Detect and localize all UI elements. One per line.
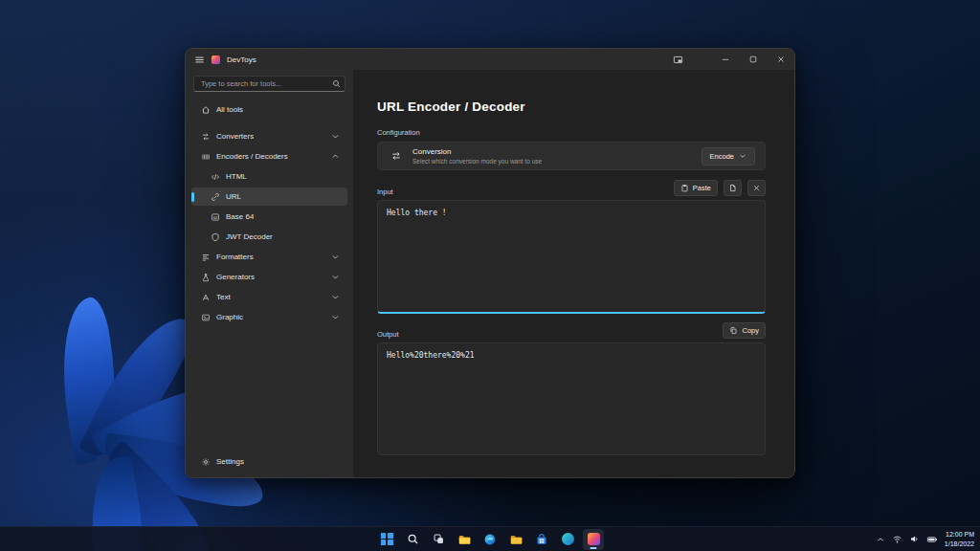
close-icon — [752, 184, 761, 192]
selection-indicator — [191, 192, 194, 202]
generators-icon — [200, 273, 211, 282]
compact-overlay-button[interactable] — [664, 49, 692, 70]
configuration-label: Configuration — [377, 128, 420, 137]
search-input[interactable] — [194, 79, 329, 88]
taskbar-center — [376, 529, 604, 550]
taskbar: 12:00 PM 1/18/2022 — [0, 526, 980, 551]
clock-time: 12:00 PM — [946, 530, 974, 540]
clear-input-button[interactable] — [747, 180, 766, 196]
window-title: DevToys — [227, 55, 256, 64]
page-title: URL Encoder / Decoder — [377, 99, 525, 114]
input-label: Input — [377, 187, 393, 196]
chevron-down-icon — [739, 152, 746, 160]
photos-button[interactable] — [557, 529, 578, 550]
html-tool-icon — [210, 172, 220, 182]
url-tool-icon — [210, 192, 220, 202]
battery-icon[interactable] — [926, 534, 938, 545]
sidebar-item-generators[interactable]: Generators — [191, 268, 347, 286]
edge-button[interactable] — [479, 529, 501, 550]
sidebar-nav: All tools Converters Encoders / Decod — [186, 100, 353, 328]
sidebar-item-base64[interactable]: 64 Base 64 — [191, 208, 347, 226]
store-icon — [535, 533, 548, 546]
tool-search-box — [193, 76, 345, 92]
gear-icon — [200, 457, 211, 467]
chevron-down-icon — [331, 313, 340, 321]
input-textbox: Hello there ! — [377, 200, 766, 314]
folder-icon — [509, 533, 523, 546]
sidebar-item-all-tools[interactable]: All tools — [191, 100, 347, 119]
photos-icon — [562, 533, 574, 545]
task-view-icon — [433, 533, 445, 545]
output-textbox: Hello%20there%20%21 — [377, 342, 766, 455]
open-file-button[interactable] — [724, 180, 742, 196]
sidebar-item-settings[interactable]: Settings — [191, 452, 347, 471]
taskbar-search-button[interactable] — [402, 529, 423, 550]
volume-icon[interactable] — [909, 534, 920, 544]
desktop: DevToys — [0, 0, 980, 551]
chevron-down-icon — [331, 253, 340, 261]
folder-button[interactable] — [505, 529, 526, 550]
chevron-down-icon — [331, 132, 340, 141]
copy-button[interactable]: Copy — [723, 322, 766, 339]
file-explorer-icon — [457, 533, 471, 546]
jwt-tool-icon — [210, 232, 220, 242]
conversion-subtitle: Select which conversion mode you want to… — [412, 158, 542, 165]
conversion-setting-card: Conversion Select which conversion mode … — [377, 142, 766, 170]
conversion-mode-dropdown[interactable]: Encode — [702, 147, 755, 165]
devtoys-taskbar-button[interactable] — [583, 529, 604, 550]
maximize-button[interactable] — [739, 49, 767, 70]
output-textarea[interactable]: Hello%20there%20%21 — [378, 343, 765, 454]
swap-arrows-icon — [390, 150, 402, 162]
task-view-button[interactable] — [428, 529, 449, 550]
store-button[interactable] — [531, 529, 552, 550]
sidebar-item-jwt-decoder[interactable]: JWT Decoder — [191, 228, 347, 246]
hamburger-menu-icon[interactable] — [194, 55, 205, 65]
devtoys-window: DevToys — [185, 48, 795, 478]
graphic-tools-icon — [200, 313, 211, 322]
titlebar: DevToys — [186, 49, 794, 70]
encoders-decoders-icon — [200, 152, 211, 162]
file-explorer-button[interactable] — [454, 529, 475, 550]
sidebar-item-text[interactable]: Text — [191, 288, 347, 306]
output-header: Output Copy — [377, 321, 766, 339]
converters-icon — [200, 132, 211, 142]
base64-tool-icon: 64 — [210, 212, 220, 222]
copy-icon — [729, 326, 738, 335]
file-icon — [728, 184, 737, 192]
sidebar-item-html[interactable]: HTML — [191, 167, 347, 186]
formatters-icon — [200, 253, 211, 262]
input-header: Input Paste — [377, 179, 766, 196]
sidebar-item-url[interactable]: URL — [191, 187, 347, 206]
conversion-title: Conversion — [412, 147, 542, 156]
devtoys-icon — [588, 533, 600, 545]
sidebar-item-graphic[interactable]: Graphic — [191, 308, 347, 326]
conversion-mode-value: Encode — [710, 152, 734, 161]
search-icon[interactable] — [329, 79, 343, 88]
sidebar-item-encoders-decoders[interactable]: Encoders / Decoders — [191, 147, 347, 165]
start-button[interactable] — [376, 529, 397, 550]
svg-text:64: 64 — [212, 214, 217, 219]
output-label: Output — [377, 330, 399, 339]
network-icon[interactable] — [892, 534, 902, 544]
close-button[interactable] — [767, 49, 794, 70]
minimize-button[interactable] — [711, 49, 739, 70]
edge-icon — [483, 533, 497, 546]
devtoys-logo-icon — [212, 55, 220, 64]
sidebar-item-converters[interactable]: Converters — [191, 127, 347, 145]
taskbar-clock[interactable]: 12:00 PM 1/18/2022 — [945, 530, 974, 549]
chevron-down-icon — [331, 273, 340, 281]
tray-overflow-chevron-icon[interactable] — [876, 535, 885, 544]
sidebar-item-formatters[interactable]: Formatters — [191, 248, 347, 266]
chevron-up-icon — [331, 152, 340, 161]
search-icon — [407, 533, 419, 545]
input-textarea[interactable]: Hello there ! — [378, 201, 765, 312]
chevron-down-icon — [331, 293, 340, 301]
clock-date: 1/18/2022 — [945, 540, 974, 549]
clipboard-icon — [680, 184, 689, 192]
system-tray: 12:00 PM 1/18/2022 — [876, 530, 974, 549]
paste-button[interactable]: Paste — [674, 180, 718, 196]
text-tools-icon — [200, 293, 211, 302]
windows-logo-icon — [381, 533, 393, 545]
main-content: URL Encoder / Decoder Configuration Conv… — [353, 70, 794, 477]
all-tools-icon — [200, 105, 211, 115]
